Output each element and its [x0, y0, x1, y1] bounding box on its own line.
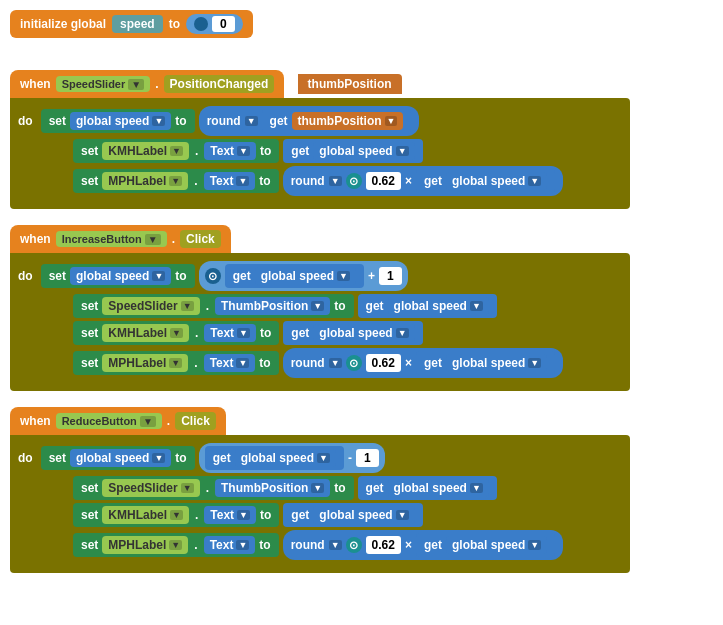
do-row-2-2: set SpeedSlider ▼ . ThumbPosition ▼ to g… — [73, 294, 622, 318]
thumbpos-prop-3[interactable]: ThumbPosition ▼ — [215, 479, 330, 497]
speedslider-2[interactable]: SpeedSlider ▼ — [102, 297, 199, 315]
set-block-1-1[interactable]: set global speed ▼ to — [41, 109, 195, 133]
val-062-3[interactable]: 0.62 — [366, 536, 401, 554]
set-block-3-2[interactable]: set SpeedSlider ▼ . ThumbPosition ▼ to — [73, 476, 354, 500]
text-prop-2-3[interactable]: Text ▼ — [204, 324, 256, 342]
get-gs-3-3[interactable]: get global speed ▼ — [283, 503, 422, 527]
when-label-3: when — [20, 414, 51, 428]
gs-badge-2-2[interactable]: global speed ▼ — [388, 297, 489, 315]
dd-3[interactable]: ▼ — [140, 416, 156, 427]
text-prop-1-2[interactable]: Text ▼ — [204, 142, 256, 160]
set-block-3-3[interactable]: set KMHLabel ▼ . Text ▼ to — [73, 503, 279, 527]
get-gs-3-1[interactable]: get global speed ▼ — [205, 446, 344, 470]
thumbpos-get-1[interactable]: thumbPosition ▼ — [292, 112, 404, 130]
text-prop-1-3[interactable]: Text ▼ — [204, 172, 256, 190]
val-062-2[interactable]: 0.62 — [366, 354, 401, 372]
gs-badge-1-3[interactable]: global speed ▼ — [446, 172, 547, 190]
text-prop-3-3[interactable]: Text ▼ — [204, 506, 256, 524]
component-3[interactable]: ReduceButton ▼ — [56, 413, 162, 429]
text-prop-2-4[interactable]: Text ▼ — [204, 354, 256, 372]
target-global-speed-1[interactable]: global speed ▼ — [70, 112, 171, 130]
gs-badge-3-4[interactable]: global speed ▼ — [446, 536, 547, 554]
do-label-3: do — [18, 451, 33, 465]
arith-block-2-1[interactable]: ⊙ get global speed ▼ + 1 — [199, 261, 408, 291]
set-block-1-3[interactable]: set MPHLabel ▼ . Text ▼ to — [73, 169, 279, 193]
when-hat-3[interactable]: when ReduceButton ▼ . Click — [10, 407, 226, 435]
gs-badge-2-1[interactable]: global speed ▼ — [255, 267, 356, 285]
get-gs-3-2[interactable]: get global speed ▼ — [358, 476, 497, 500]
kmhlabel-2[interactable]: KMHLabel ▼ — [102, 324, 189, 342]
gs-badge-1-2[interactable]: global speed ▼ — [313, 142, 414, 160]
gs-badge-3-3[interactable]: global speed ▼ — [313, 506, 414, 524]
arith-block-3-1[interactable]: get global speed ▼ - 1 — [199, 443, 385, 473]
round-block-1-3[interactable]: round ▼ ⊙ 0.62 × get global speed ▼ — [283, 166, 564, 196]
round-block-3-4[interactable]: round ▼ ⊙ 0.62 × get global speed ▼ — [283, 530, 564, 560]
arith-conn-2-1: ⊙ — [205, 268, 221, 284]
do-stack-3: do set global speed ▼ to get global spee… — [10, 435, 630, 573]
set-block-2-4[interactable]: set MPHLabel ▼ . Text ▼ to — [73, 351, 279, 375]
get-gs-2-1[interactable]: get global speed ▼ — [225, 264, 364, 288]
gs-badge-3-2[interactable]: global speed ▼ — [388, 479, 489, 497]
do-row-1-2: set KMHLabel ▼ . Text ▼ to get global — [73, 139, 622, 163]
mphlabel-1[interactable]: MPHLabel ▼ — [102, 172, 188, 190]
do-row-3-1: do set global speed ▼ to get global spee… — [18, 443, 622, 473]
component-1[interactable]: SpeedSlider ▼ — [56, 76, 151, 92]
get-thumbpos-1[interactable]: get thumbPosition ▼ — [262, 109, 412, 133]
set-block-1-2[interactable]: set KMHLabel ▼ . Text ▼ to — [73, 139, 279, 163]
set-block-2-3[interactable]: set KMHLabel ▼ . Text ▼ to — [73, 321, 279, 345]
gs-badge-2-4[interactable]: global speed ▼ — [446, 354, 547, 372]
thumbpos-prop-2[interactable]: ThumbPosition ▼ — [215, 297, 330, 315]
target-gs-2-1[interactable]: global speed ▼ — [70, 267, 171, 285]
get-globalspeed-1-2[interactable]: get global speed ▼ — [283, 139, 422, 163]
hat-container: when SpeedSlider ▼ . PositionChanged thu… — [10, 70, 713, 209]
dd-1[interactable]: ▼ — [128, 79, 144, 90]
val-1-2-1[interactable]: 1 — [379, 267, 402, 285]
do-label-1: do — [18, 114, 33, 128]
val-1-3-1[interactable]: 1 — [356, 449, 379, 467]
set-block-2-1[interactable]: set global speed ▼ to — [41, 264, 195, 288]
mphlabel-3[interactable]: MPHLabel ▼ — [102, 536, 188, 554]
get-gs-2-3[interactable]: get global speed ▼ — [283, 321, 422, 345]
init-block[interactable]: initialize global speed to 0 — [10, 10, 253, 38]
when-hat-1[interactable]: when SpeedSlider ▼ . PositionChanged — [10, 70, 284, 98]
do-row-2-1: do set global speed ▼ to ⊙ get global — [18, 261, 622, 291]
do-row-3-2: set SpeedSlider ▼ . ThumbPosition ▼ to g… — [73, 476, 622, 500]
dd-2[interactable]: ▼ — [145, 234, 161, 245]
target-gs-3-1[interactable]: global speed ▼ — [70, 449, 171, 467]
init-label: initialize global — [20, 17, 106, 31]
init-value[interactable]: 0 — [212, 16, 235, 32]
get-gs-2-2[interactable]: get global speed ▼ — [358, 294, 497, 318]
init-block-group: initialize global speed to 0 — [10, 10, 713, 52]
do-row-2-4: set MPHLabel ▼ . Text ▼ to round ▼ ⊙ — [73, 348, 622, 378]
component-2[interactable]: IncreaseButton ▼ — [56, 231, 167, 247]
speedslider-block-group: when SpeedSlider ▼ . PositionChanged thu… — [10, 70, 713, 209]
speedslider-3[interactable]: SpeedSlider ▼ — [102, 479, 199, 497]
do-row-3-4: set MPHLabel ▼ . Text ▼ to round ▼ ⊙ — [73, 530, 622, 560]
get-gs-3-4[interactable]: get global speed ▼ — [416, 533, 555, 557]
event-2[interactable]: Click — [180, 230, 221, 248]
val-062-1[interactable]: 0.62 — [366, 172, 401, 190]
round-block-2-4[interactable]: round ▼ ⊙ 0.62 × get global speed ▼ — [283, 348, 564, 378]
do-row-1-1: do set global speed ▼ to round ▼ get — [18, 106, 622, 136]
do-label-2: do — [18, 269, 33, 283]
get-globalspeed-1-3[interactable]: get global speed ▼ — [416, 169, 555, 193]
speed-var[interactable]: speed — [112, 15, 163, 33]
set-block-3-4[interactable]: set MPHLabel ▼ . Text ▼ to — [73, 533, 279, 557]
kmhlabel-1[interactable]: KMHLabel ▼ — [102, 142, 189, 160]
set-block-3-1[interactable]: set global speed ▼ to — [41, 446, 195, 470]
hat-container-2: when IncreaseButton ▼ . Click do set glo… — [10, 225, 713, 391]
set-block-2-2[interactable]: set SpeedSlider ▼ . ThumbPosition ▼ to — [73, 294, 354, 318]
when-hat-2[interactable]: when IncreaseButton ▼ . Click — [10, 225, 231, 253]
event-3[interactable]: Click — [175, 412, 216, 430]
round-block-1-1[interactable]: round ▼ get thumbPosition ▼ — [199, 106, 420, 136]
event-1[interactable]: PositionChanged — [164, 75, 275, 93]
mphlabel-2[interactable]: MPHLabel ▼ — [102, 354, 188, 372]
do-row-1-3: set MPHLabel ▼ . Text ▼ to round ▼ — [73, 166, 622, 196]
kmhlabel-3[interactable]: KMHLabel ▼ — [102, 506, 189, 524]
do-stack-1: do set global speed ▼ to round ▼ get — [10, 98, 630, 209]
text-prop-3-4[interactable]: Text ▼ — [204, 536, 256, 554]
gs-badge-2-3[interactable]: global speed ▼ — [313, 324, 414, 342]
gs-badge-3-1[interactable]: global speed ▼ — [235, 449, 336, 467]
get-gs-2-4[interactable]: get global speed ▼ — [416, 351, 555, 375]
do-row-2-3: set KMHLabel ▼ . Text ▼ to get global — [73, 321, 622, 345]
